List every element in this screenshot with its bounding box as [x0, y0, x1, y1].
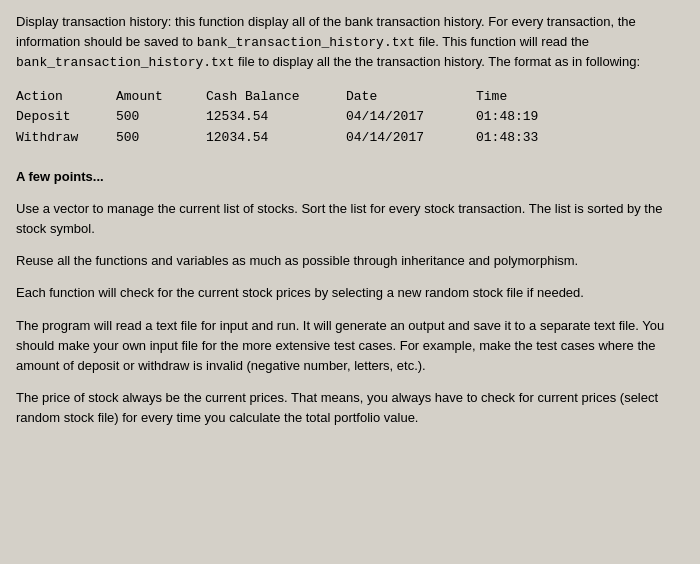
points-p2: Reuse all the functions and variables as…: [16, 251, 684, 271]
row1-amount: 500: [116, 107, 206, 128]
points-p1: Use a vector to manage the current list …: [16, 199, 684, 239]
table-row: Withdraw 500 12034.54 04/14/2017 01:48:3…: [16, 128, 684, 149]
points-p4: The program will read a text file for in…: [16, 316, 684, 376]
col-header-date: Date: [346, 87, 476, 108]
inline-code-1: bank_transaction_history.txt: [197, 35, 415, 50]
points-title: A few points...: [16, 167, 684, 187]
col-header-action: Action: [16, 87, 116, 108]
col-header-time: Time: [476, 87, 576, 108]
row2-cash: 12034.54: [206, 128, 346, 149]
row2-date: 04/14/2017: [346, 128, 476, 149]
points-p3: Each function will check for the current…: [16, 283, 684, 303]
desc-text-2: file. This function will read the: [415, 34, 589, 49]
description-block: Display transaction history: this functi…: [16, 12, 684, 73]
inline-code-2: bank_transaction_history.txt: [16, 55, 234, 70]
table-header-row: Action Amount Cash Balance Date Time: [16, 87, 684, 108]
row1-date: 04/14/2017: [346, 107, 476, 128]
transaction-table: Action Amount Cash Balance Date Time Dep…: [16, 87, 684, 149]
desc-text-3: file to display all the the transaction …: [234, 54, 640, 69]
points-p5: The price of stock always be the current…: [16, 388, 684, 428]
table-row: Deposit 500 12534.54 04/14/2017 01:48:19: [16, 107, 684, 128]
col-header-amount: Amount: [116, 87, 206, 108]
row1-time: 01:48:19: [476, 107, 576, 128]
row2-action: Withdraw: [16, 128, 116, 149]
row2-amount: 500: [116, 128, 206, 149]
points-section: A few points... Use a vector to manage t…: [16, 167, 684, 428]
row1-action: Deposit: [16, 107, 116, 128]
row2-time: 01:48:33: [476, 128, 576, 149]
col-header-cash: Cash Balance: [206, 87, 346, 108]
row1-cash: 12534.54: [206, 107, 346, 128]
